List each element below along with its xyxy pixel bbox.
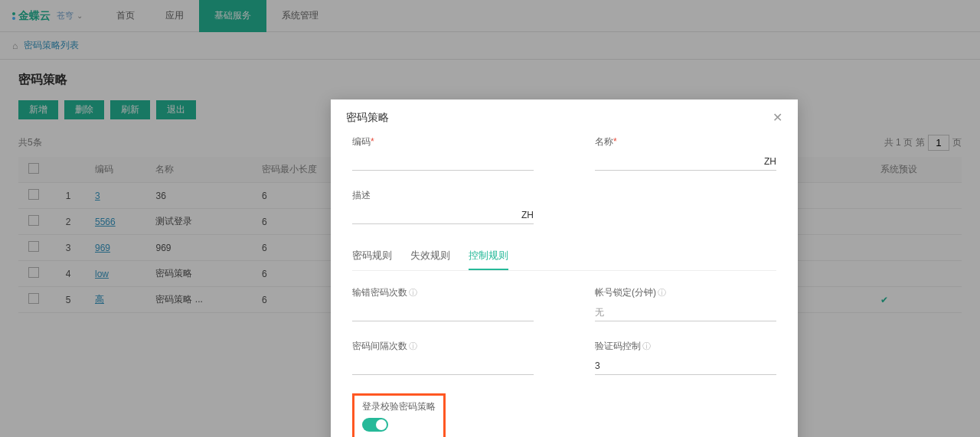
code-input[interactable]: [352, 153, 534, 171]
code-label: 编码*: [352, 135, 534, 148]
tab-expire-rules[interactable]: 失效规则: [410, 243, 450, 270]
login-verify-toggle[interactable]: [362, 418, 388, 432]
lock-mins-label: 帐号锁定(分钟)ⓘ: [595, 286, 776, 299]
wrong-count-input[interactable]: [352, 304, 534, 321]
name-input[interactable]: [595, 153, 776, 171]
password-policy-modal: 密码策略 ✕ 编码* 名称* 描述 密码规则 失效规则 控制规则: [331, 99, 798, 437]
help-icon[interactable]: ⓘ: [409, 341, 417, 351]
interval-label: 密码间隔次数ⓘ: [352, 340, 534, 353]
help-icon[interactable]: ⓘ: [658, 288, 666, 297]
help-icon[interactable]: ⓘ: [409, 288, 417, 297]
tab-password-rules[interactable]: 密码规则: [352, 243, 392, 270]
name-label: 名称*: [595, 135, 776, 148]
captcha-input[interactable]: [595, 357, 776, 375]
login-verify-label: 登录校验密码策略: [362, 400, 436, 413]
captcha-label: 验证码控制ⓘ: [595, 340, 776, 353]
wrong-count-label: 输错密码次数ⓘ: [352, 286, 534, 299]
modal-title: 密码策略: [346, 111, 389, 125]
interval-input[interactable]: [352, 357, 534, 375]
desc-label: 描述: [352, 189, 534, 202]
highlight-box: 登录校验密码策略: [352, 393, 446, 437]
tab-control-rules[interactable]: 控制规则: [469, 243, 508, 270]
desc-input[interactable]: [352, 207, 534, 224]
close-icon[interactable]: ✕: [773, 110, 782, 125]
help-icon[interactable]: ⓘ: [642, 341, 651, 351]
lock-mins-input[interactable]: [595, 304, 776, 321]
